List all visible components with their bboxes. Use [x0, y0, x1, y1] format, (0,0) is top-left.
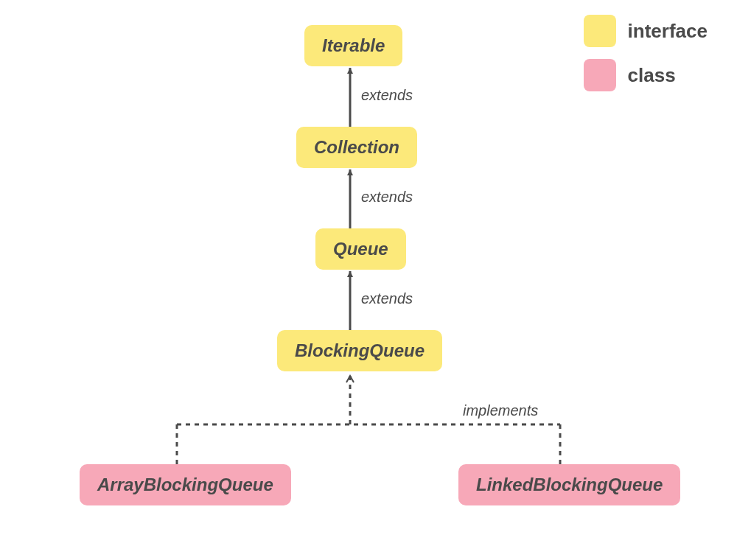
- node-queue-label: Queue: [333, 239, 388, 259]
- legend-swatch-class: [584, 59, 616, 91]
- legend: interface class: [584, 15, 708, 91]
- legend-label-interface: interface: [628, 20, 708, 43]
- node-iterable-label: Iterable: [322, 35, 385, 55]
- edge-label-extends-3: extends: [361, 290, 413, 307]
- edge-label-implements: implements: [463, 402, 538, 419]
- edge-label-extends-1: extends: [361, 87, 413, 104]
- legend-swatch-interface: [584, 15, 616, 47]
- legend-item-interface: interface: [584, 15, 708, 47]
- node-blockingqueue-label: BlockingQueue: [295, 340, 425, 360]
- node-collection-label: Collection: [314, 137, 399, 157]
- node-queue: Queue: [315, 228, 406, 270]
- node-blockingqueue: BlockingQueue: [277, 330, 442, 371]
- legend-item-class: class: [584, 59, 708, 91]
- node-arrayblockingqueue-label: ArrayBlockingQueue: [97, 475, 273, 494]
- legend-label-class: class: [628, 64, 676, 87]
- node-linkedblockingqueue: LinkedBlockingQueue: [458, 464, 680, 505]
- node-collection: Collection: [296, 127, 417, 168]
- edge-label-extends-2: extends: [361, 189, 413, 206]
- node-arrayblockingqueue: ArrayBlockingQueue: [80, 464, 291, 505]
- node-iterable: Iterable: [304, 25, 402, 66]
- node-linkedblockingqueue-label: LinkedBlockingQueue: [476, 475, 663, 494]
